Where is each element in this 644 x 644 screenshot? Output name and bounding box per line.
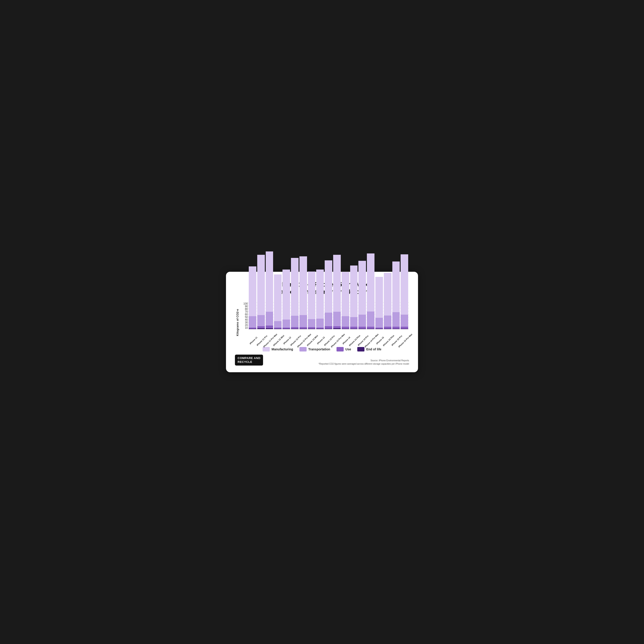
bar-segment-transportation: [333, 312, 341, 326]
bar-segment-use: [257, 326, 265, 328]
bar-group: iPhone 14: [342, 302, 349, 329]
bar-segment-end_of_life: [316, 329, 324, 329]
bar-stack: [342, 272, 349, 329]
bar-segment-transportation: [392, 312, 400, 327]
bar-group: iPhone 14 Plus: [350, 302, 358, 329]
y-tick: 30: [242, 321, 248, 324]
bar-stack: [350, 266, 358, 329]
y-ticks: 102030405060708090100: [242, 302, 248, 343]
legend-swatch: [299, 347, 307, 351]
bar-segment-end_of_life: [299, 329, 307, 329]
bar-segment-transportation: [274, 321, 282, 328]
bar-segment-manufacturing: [342, 272, 349, 316]
legend-label: End of life: [366, 347, 381, 351]
legend-swatch: [357, 347, 364, 351]
legend-swatch: [337, 347, 344, 351]
bar-segment-use: [367, 327, 374, 329]
bar-segment-manufacturing: [299, 256, 307, 315]
bar-segment-end_of_life: [375, 329, 383, 329]
bar-segment-transportation: [325, 313, 332, 326]
bar-segment-transportation: [266, 312, 273, 325]
bar-segment-transportation: [316, 319, 324, 328]
bar-segment-end_of_life: [333, 328, 341, 329]
legend-label: Use: [345, 347, 351, 351]
bar-stack: [249, 266, 256, 329]
bar-label: iPhone 13: [316, 336, 325, 345]
bar-segment-end_of_life: [342, 329, 349, 329]
chart-area: Kilograms of CO2-e 102030405060708090100…: [235, 302, 409, 343]
source-text: Source: iPhone Environmental Reports *Re…: [318, 359, 409, 366]
bar-segment-transportation: [375, 318, 383, 327]
bar-segment-end_of_life: [266, 328, 273, 329]
bar-segment-end_of_life: [384, 329, 391, 329]
y-tick: 60: [242, 313, 248, 316]
bar-group: iPhone 15 Plus: [384, 302, 391, 329]
legend-item: Manufacturing: [263, 347, 293, 351]
bar-segment-end_of_life: [257, 328, 265, 329]
bar-segment-end_of_life: [401, 329, 408, 329]
bar-segment-transportation: [384, 316, 391, 327]
y-axis-label: Kilograms of CO2-e: [235, 302, 240, 343]
bar-segment-end_of_life: [392, 329, 400, 329]
brand-logo: COMPARE AND RECYCLE: [235, 355, 263, 366]
bar-group: iPhone 12 Pro Max: [299, 302, 307, 329]
bar-segment-use: [291, 327, 299, 329]
bar-segment-manufacturing: [266, 251, 273, 312]
y-tick: 90: [242, 305, 248, 308]
bar-label: iPhone 14: [342, 336, 351, 345]
bars-container: iPhone 11iPhone 11 ProiPhone 11 Pro Maxi…: [248, 302, 409, 329]
legend: ManufacturingTransportationUseEnd of lif…: [235, 347, 409, 351]
bar-segment-transportation: [342, 316, 349, 327]
bar-segment-transportation: [308, 319, 316, 327]
bar-segment-manufacturing: [401, 254, 408, 315]
bar-group: iPhone 15: [375, 302, 383, 329]
bar-segment-transportation: [358, 315, 366, 327]
y-tick: 40: [242, 318, 248, 321]
y-tick: 10: [242, 326, 248, 329]
bar-segment-use: [333, 326, 341, 328]
bar-stack: [358, 261, 366, 329]
bar-stack: [316, 270, 324, 329]
bar-segment-end_of_life: [367, 329, 374, 329]
bar-segment-manufacturing: [325, 260, 332, 313]
bar-group: iPhone 13 Mini: [308, 302, 316, 329]
bar-segment-use: [392, 327, 400, 329]
bar-segment-transportation: [282, 320, 290, 328]
legend-swatch: [263, 347, 270, 351]
bar-segment-transportation: [350, 317, 358, 327]
bar-stack: [401, 254, 408, 329]
bar-segment-end_of_life: [308, 329, 316, 329]
bar-segment-manufacturing: [257, 255, 265, 315]
bar-group: iPhone 12: [282, 302, 290, 329]
bar-segment-end_of_life: [358, 329, 366, 329]
chart-card: iPhone 11 – iPhone 15 Pro Max Carbon Emi…: [226, 272, 418, 372]
bar-segment-use: [325, 326, 332, 329]
bar-label: iPhone 11: [249, 336, 258, 345]
bar-segment-use: [384, 327, 391, 329]
bar-group: iPhone 13 Pro: [325, 302, 332, 329]
bar-group: iPhone 11 Pro: [257, 302, 265, 329]
bar-stack: [266, 251, 273, 329]
bar-stack: [308, 272, 316, 329]
bar-group: iPhone 13 Pro Max: [333, 302, 341, 329]
bar-label: iPhone 11 Pro Max: [263, 333, 278, 348]
y-tick: 100: [242, 302, 248, 305]
bar-segment-use: [401, 327, 408, 329]
bar-stack: [274, 274, 282, 329]
footer-row: COMPARE AND RECYCLE Source: iPhone Envir…: [235, 355, 409, 366]
bar-stack: [375, 277, 383, 329]
y-tick: 80: [242, 308, 248, 310]
bar-stack: [333, 255, 341, 329]
bar-stack: [367, 253, 374, 329]
bar-group: iPhone 14 Pro Max: [367, 302, 374, 329]
legend-item: Use: [337, 347, 351, 351]
bar-segment-manufacturing: [384, 273, 391, 316]
bar-segment-manufacturing: [282, 270, 290, 319]
bar-segment-manufacturing: [308, 272, 316, 319]
legend-label: Transportation: [308, 347, 330, 351]
y-tick: 70: [242, 310, 248, 313]
bar-group: iPhone 15 Pro: [392, 302, 400, 329]
bar-group: iPhone 12 Pro: [291, 302, 299, 329]
bar-segment-manufacturing: [333, 255, 341, 312]
bar-segment-manufacturing: [392, 261, 400, 312]
